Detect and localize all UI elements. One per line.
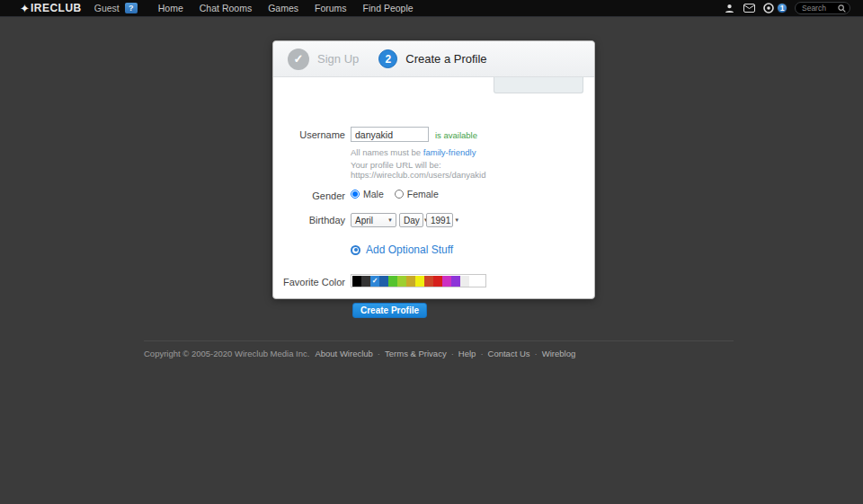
nav-menu-item[interactable]: Games bbox=[260, 3, 307, 13]
nav-menu-item[interactable]: Chat Rooms bbox=[191, 3, 260, 13]
footer-links: About Wireclub·Terms & Privacy·Help·Cont… bbox=[315, 349, 575, 358]
create-profile-modal: ✓ Sign Up 2 Create a Profile Username is… bbox=[272, 40, 595, 299]
footer-link[interactable]: Wireblog bbox=[542, 349, 576, 358]
footer-link[interactable]: Terms & Privacy bbox=[385, 349, 447, 358]
names-note-text: All names must be bbox=[351, 147, 423, 157]
favorite-color-label: Favorite Color bbox=[273, 277, 345, 287]
add-optional-stuff-label: Add Optional Stuff bbox=[366, 243, 453, 256]
selected-check-icon: ✓ bbox=[372, 278, 378, 285]
footer-separator: · bbox=[535, 349, 538, 358]
color-swatch[interactable] bbox=[397, 276, 406, 287]
profile-url-line1: Your profile URL will be: bbox=[351, 160, 485, 170]
color-swatch[interactable] bbox=[379, 276, 388, 287]
user-icon[interactable] bbox=[723, 3, 735, 13]
color-swatch[interactable] bbox=[460, 276, 469, 287]
step-2-badge: 2 bbox=[378, 49, 397, 68]
gender-options: Male Female bbox=[351, 189, 449, 199]
nav-menu-item[interactable]: Find People bbox=[355, 3, 422, 13]
guest-label: Guest bbox=[94, 3, 120, 13]
top-navbar: ✦ IRECLUB Guest ? Home Chat Rooms Games … bbox=[0, 0, 863, 17]
username-availability-status: is available bbox=[435, 130, 477, 140]
gender-option-label: Male bbox=[363, 189, 384, 199]
wizard-header: ✓ Sign Up 2 Create a Profile bbox=[273, 41, 594, 77]
birthday-month-select[interactable]: April ▼ bbox=[351, 213, 396, 227]
color-swatch[interactable] bbox=[406, 276, 415, 287]
step-signup-check-icon: ✓ bbox=[288, 49, 309, 70]
search-icon bbox=[838, 4, 846, 13]
family-friendly-link[interactable]: family-friendly bbox=[423, 147, 476, 157]
wireclub-logo-text: IRECLUB bbox=[31, 2, 82, 14]
names-note: All names must be family-friendly bbox=[351, 147, 476, 157]
footer-link[interactable]: Contact Us bbox=[488, 349, 530, 358]
nav-menu-item[interactable]: Home bbox=[150, 3, 191, 13]
gender-option-label: Female bbox=[407, 189, 439, 199]
color-swatch[interactable] bbox=[424, 276, 433, 287]
search-input[interactable] bbox=[802, 4, 838, 13]
footer-divider bbox=[144, 340, 734, 341]
wireclub-star-icon: ✦ bbox=[20, 3, 30, 14]
alerts-icon[interactable] bbox=[762, 3, 775, 13]
color-swatch[interactable] bbox=[415, 276, 424, 287]
color-swatch[interactable] bbox=[352, 276, 361, 287]
wireclub-logo[interactable]: ✦ IRECLUB bbox=[20, 2, 82, 14]
color-swatch[interactable] bbox=[361, 276, 370, 287]
mail-icon[interactable] bbox=[743, 3, 755, 13]
footer-link[interactable]: Help bbox=[458, 349, 476, 358]
birthday-day-select[interactable]: Day ▼ bbox=[399, 213, 423, 227]
navbar-right: 1 bbox=[716, 2, 850, 14]
page-footer: Copyright © 2005-2020 Wireclub Media Inc… bbox=[144, 340, 734, 358]
color-swatch[interactable]: ✓ bbox=[370, 276, 379, 287]
gender-label: Gender bbox=[273, 190, 345, 201]
notification-count-badge[interactable]: 1 bbox=[777, 3, 787, 13]
nav-menu: Home Chat Rooms Games Forums Find People bbox=[150, 3, 422, 13]
birthday-selects: April ▼ Day ▼ 1991 ▼ bbox=[351, 213, 456, 227]
copyright-text: Copyright © 2005-2020 Wireclub Media Inc… bbox=[144, 349, 309, 358]
expand-circle-icon bbox=[351, 245, 360, 255]
gender-radio[interactable] bbox=[351, 190, 360, 199]
step-signup-label: Sign Up bbox=[317, 52, 359, 66]
create-profile-button[interactable]: Create Profile bbox=[352, 303, 427, 318]
gender-radio[interactable] bbox=[395, 190, 404, 199]
color-swatch[interactable] bbox=[433, 276, 442, 287]
guest-account[interactable]: Guest ? bbox=[94, 3, 138, 13]
username-input[interactable] bbox=[351, 127, 429, 142]
footer-separator: · bbox=[451, 349, 454, 358]
help-badge[interactable]: ? bbox=[125, 3, 138, 13]
birthday-month-value: April bbox=[355, 216, 373, 225]
color-swatch[interactable] bbox=[388, 276, 397, 287]
step-2-title: Create a Profile bbox=[405, 52, 486, 66]
birthday-year-select[interactable]: 1991 ▼ bbox=[426, 213, 453, 227]
dropdown-arrow-icon: ▼ bbox=[387, 217, 393, 223]
color-swatch[interactable] bbox=[451, 276, 460, 287]
gender-radio-option[interactable]: Female bbox=[395, 189, 439, 199]
favorite-color-picker: ✓ bbox=[351, 274, 486, 287]
footer-separator: · bbox=[378, 349, 380, 358]
nav-menu-item[interactable]: Forums bbox=[307, 3, 355, 13]
birthday-year-value: 1991 bbox=[431, 216, 450, 225]
gender-radio-option[interactable]: Male bbox=[351, 189, 384, 199]
search-box[interactable] bbox=[795, 2, 850, 14]
dropdown-arrow-icon: ▼ bbox=[454, 217, 459, 223]
color-swatch[interactable] bbox=[469, 276, 478, 287]
footer-separator: · bbox=[480, 349, 483, 358]
profile-url-note: Your profile URL will be: https://wirecl… bbox=[351, 160, 485, 180]
color-swatch[interactable] bbox=[442, 276, 451, 287]
footer-row: Copyright © 2005-2020 Wireclub Media Inc… bbox=[144, 349, 734, 358]
add-optional-stuff-link[interactable]: Add Optional Stuff bbox=[351, 243, 453, 256]
birthday-label: Birthday bbox=[273, 215, 345, 225]
birthday-day-value: Day bbox=[404, 216, 420, 225]
profile-form: Username is available All names must be … bbox=[273, 77, 594, 300]
username-label: Username bbox=[273, 129, 345, 140]
profile-url-line2: https://wireclub.com/users/danyakid bbox=[351, 170, 485, 180]
footer-link[interactable]: About Wireclub bbox=[315, 349, 372, 358]
